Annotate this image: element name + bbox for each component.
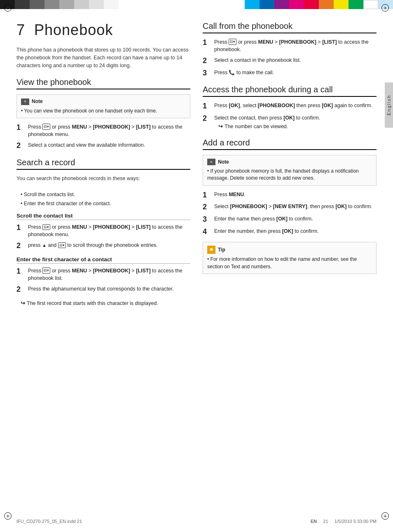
access-during-call-steps: 1 Press [OK], select [PHONEBOOK] then pr… — [203, 102, 377, 130]
scroll-steps: 1 Press ⊟▾ or press MENU > [PHONEBOOK] >… — [16, 223, 190, 251]
step-item: 3 Enter the name then press [OK] to conf… — [203, 215, 377, 224]
step-item: 2 Select a contact and view the availabl… — [16, 141, 190, 150]
add-record-note: ≡ Note • If your phonebook memory is ful… — [203, 155, 377, 186]
bottom-right-text: EN 21 1/5/2010 5:33:00 PM — [311, 519, 377, 524]
call-phonebook-title: Call from the phonebook — [203, 21, 377, 33]
step-item: 2 Press the alphanumerical key that corr… — [16, 285, 190, 294]
step-item: 3 Press 📞 to make the call. — [203, 69, 377, 78]
reg-mark-tl — [4, 4, 12, 12]
call-phonebook-section: Call from the phonebook 1 Press ⊟▾ or pr… — [203, 21, 377, 77]
reg-mark-br — [381, 512, 389, 520]
chapter-title: 7 Phonebook — [16, 21, 190, 39]
bottom-left-text: IFU_CD270-275_05_EN.indd 21 — [16, 519, 82, 524]
color-bar-top — [0, 0, 393, 9]
scroll-contact-title: Scroll the contact list — [16, 213, 190, 220]
sidebar-language-label: English — [385, 82, 393, 128]
step-item: 1 Press [OK], select [PHONEBOOK] then pr… — [203, 102, 377, 111]
view-phonebook-title: View the phonebook — [16, 77, 190, 89]
result-line: ↪ The number can be viewed. — [214, 123, 377, 131]
step-item: 2 Select [PHONEBOOK] > [NEW ENTRY], then… — [203, 203, 377, 212]
search-record-section: Search a record You can search the phone… — [16, 158, 190, 307]
add-record-steps: 1 Press MENU. 2 Select [PHONEBOOK] > [NE… — [203, 191, 377, 236]
tip-box: ✳ Tip • For more information on how to e… — [203, 242, 377, 274]
search-record-title: Search a record — [16, 158, 190, 170]
step-item: 4 Enter the number, then press [OK] to c… — [203, 227, 377, 237]
bottom-bar: IFU_CD270-275_05_EN.indd 21 EN 21 1/5/20… — [16, 519, 377, 524]
reg-mark-tr — [381, 4, 389, 12]
call-icon: 📞 — [229, 69, 235, 76]
enter-char-title: Enter the first character of a contact — [16, 256, 190, 264]
right-column: Call from the phonebook 1 Press ⊟▾ or pr… — [203, 21, 377, 314]
search-bullets: Scroll the contacts list. Enter the firs… — [16, 191, 190, 208]
step-item: 1 Press ⊟▾ or press MENU > [PHONEBOOK] >… — [16, 223, 190, 238]
phonebook-icon-2: ⊟▾ — [58, 242, 66, 248]
note-icon: ≡ — [21, 98, 29, 105]
view-phonebook-steps: 1 Press ⊟▾ or press MENU > [PHONEBOOK] >… — [16, 123, 190, 150]
left-column: 7 Phonebook This phone has a phonebook t… — [16, 21, 190, 314]
result-line: ↪ The first record that starts with this… — [16, 300, 190, 307]
view-phonebook-section: View the phonebook ≡ Note • You can view… — [16, 77, 190, 150]
step-item: 1 Press MENU. — [203, 191, 377, 200]
view-phonebook-note: ≡ Note • You can view the phonebook on o… — [16, 94, 190, 118]
add-record-section: Add a record ≡ Note • If your phonebook … — [203, 138, 377, 274]
tip-icon: ✳ — [207, 246, 215, 254]
add-record-title: Add a record — [203, 138, 377, 150]
phonebook-icon: ⊟▾ — [42, 267, 50, 274]
reg-mark-bl — [4, 512, 12, 520]
step-item: 1 Press ⊟▾ or press MENU > [PHONEBOOK] >… — [16, 267, 190, 282]
search-intro: You can search the phonebook records in … — [16, 175, 190, 183]
phonebook-icon: ⊟▾ — [42, 224, 50, 230]
step-item: 2 Select the contact, then press [OK] to… — [203, 114, 377, 131]
step-item: 1 Press ⊟▾ or press MENU > [PHONEBOOK] >… — [16, 123, 190, 138]
access-during-call-section: Access the phonebook during a call 1 Pre… — [203, 85, 377, 130]
bullet-item: Enter the first character of the contact… — [21, 200, 190, 208]
step-item: 2 press ▲ and ⊟▾ to scroll through the p… — [16, 241, 190, 251]
bullet-item: Scroll the contacts list. — [21, 191, 190, 199]
call-steps: 1 Press ⊟▾ or press MENU > [PHONEBOOK] >… — [203, 38, 377, 77]
step-item: 1 Press ⊟▾ or press MENU > [PHONEBOOK] >… — [203, 38, 377, 53]
intro-text: This phone has a phonebook that stores u… — [16, 46, 190, 69]
phonebook-icon: ⊟▾ — [229, 39, 236, 45]
access-during-call-title: Access the phonebook during a call — [203, 85, 377, 97]
step-item: 2 Select a contact in the phonebook list… — [203, 56, 377, 66]
enter-char-steps: 1 Press ⊟▾ or press MENU > [PHONEBOOK] >… — [16, 267, 190, 294]
note-icon-2: ≡ — [207, 159, 215, 165]
phonebook-icon: ⊟▾ — [42, 124, 50, 130]
